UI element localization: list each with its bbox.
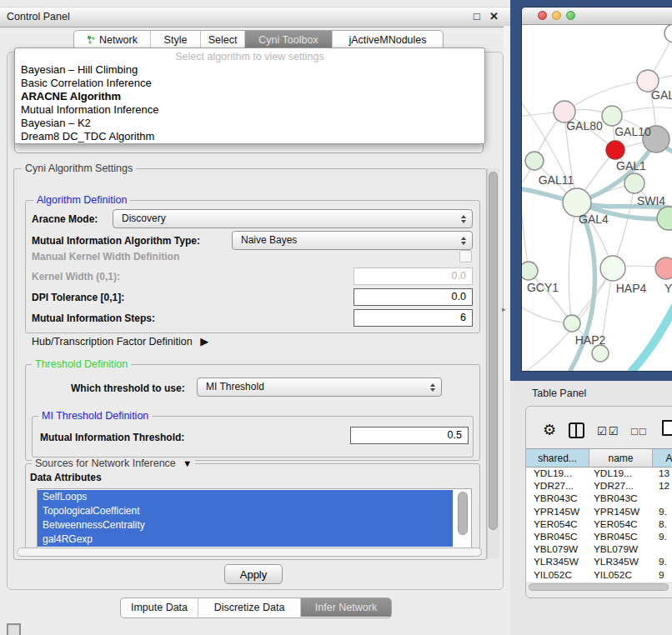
dropdown-item[interactable]: Mutual Information Inference <box>15 103 484 117</box>
float-icon[interactable]: □ <box>474 10 480 22</box>
table-cell[interactable]: YBR045C <box>534 531 589 543</box>
table-cell[interactable]: 12 <box>659 480 672 492</box>
list-scrollbar-thumb[interactable] <box>458 492 468 535</box>
tab-impute-data[interactable]: Impute Data <box>121 598 198 617</box>
aracne-mode-select[interactable]: Discovery <box>113 209 473 228</box>
table-cell[interactable]: 9. <box>659 556 672 568</box>
table-cell[interactable]: YBL079W <box>534 543 589 556</box>
table-cell[interactable]: 9 <box>659 569 672 582</box>
table-cell[interactable]: YPR145W <box>534 506 589 518</box>
splitter-arrow-icon[interactable]: ▸ <box>502 305 506 313</box>
column-header-name[interactable]: name <box>589 448 653 468</box>
node-cut-top[interactable] <box>664 24 672 42</box>
select-all-checkboxes-icon[interactable]: ☑☑ <box>597 425 619 438</box>
close-icon[interactable]: ✕ <box>489 10 499 22</box>
export-table-icon[interactable] <box>662 420 672 436</box>
gear-icon[interactable]: ⚙ <box>543 421 556 439</box>
table-cell[interactable]: YBR043C <box>594 492 649 505</box>
table-cell[interactable]: 8. <box>659 518 672 531</box>
table-row[interactable]: YIL052C YIL052C 9 <box>526 569 672 582</box>
node-bottom-cut[interactable] <box>592 345 609 362</box>
table-cell[interactable]: YDL19... <box>534 468 589 480</box>
table-cell[interactable]: 9. <box>659 531 672 543</box>
table-cell[interactable]: YBL079W <box>594 543 649 556</box>
split-columns-icon[interactable] <box>569 422 584 438</box>
dropdown-item[interactable]: Bayesian – Hill Climbing <box>15 63 484 77</box>
zoom-traffic-light[interactable] <box>566 11 575 20</box>
list-item-selected[interactable]: TopologicalCoefficient <box>38 504 453 518</box>
node-gal11[interactable] <box>525 152 544 170</box>
node-salmon[interactable] <box>655 258 672 279</box>
apply-button[interactable]: Apply <box>224 564 283 584</box>
tab-style[interactable]: Style <box>151 31 201 49</box>
table-cell[interactable]: YIL052C <box>534 569 589 582</box>
table-cell[interactable]: YDL19... <box>594 468 649 480</box>
table-hscrollbar-thumb[interactable] <box>529 583 669 591</box>
control-panel-titlebar: Control Panel □ ✕ <box>0 7 510 28</box>
node-hap4[interactable] <box>600 256 625 281</box>
table-cell[interactable]: YLR345W <box>594 556 649 568</box>
tab-cyni-toolbox[interactable]: Cyni Toolbox <box>245 31 333 49</box>
table-row[interactable]: YBR045C YBR045C 9. <box>526 531 672 543</box>
table-row[interactable]: YBL079W YBL079W <box>526 543 672 556</box>
table-cell[interactable]: YBR045C <box>594 531 649 543</box>
node-gal1[interactable] <box>606 141 624 159</box>
dropdown-item-selected[interactable]: ARACNE Algorithm <box>15 90 484 103</box>
table-cell[interactable]: 13 <box>659 468 672 480</box>
table-panel-title: Table Panel <box>532 388 586 399</box>
dropdown-item[interactable]: Basic Correlation Inference <box>15 77 484 90</box>
table-cell[interactable]: YIL052C <box>594 569 649 582</box>
column-header-cut[interactable]: A <box>653 448 672 468</box>
node-gcy1[interactable] <box>522 262 538 280</box>
kernel-width-field[interactable]: 0.0 <box>354 268 473 285</box>
tab-network[interactable]: Network <box>74 31 151 49</box>
which-threshold-select[interactable]: MI Threshold <box>197 378 442 397</box>
network-canvas[interactable]: GAL GAL80 GAL10 GAL1 GAL11 SWI4 GAL4 GCY… <box>522 24 672 371</box>
column-header-shared-name[interactable]: shared... <box>526 448 589 468</box>
dropdown-item[interactable]: Dream8 DC_TDC Algorithm <box>15 130 484 143</box>
table-cell[interactable]: YER054C <box>594 518 649 531</box>
dock-icon[interactable] <box>7 623 21 635</box>
minimize-traffic-light[interactable] <box>552 11 561 20</box>
manual-kernel-checkbox[interactable] <box>459 250 472 262</box>
node-gal10[interactable] <box>602 106 622 126</box>
table-row[interactable]: YBR043C YBR043C <box>526 492 672 505</box>
table-row[interactable]: YER054C YER054C 8. <box>526 518 672 531</box>
close-traffic-light[interactable] <box>538 11 547 20</box>
settings-vscrollbar-thumb[interactable] <box>489 172 498 530</box>
tab-discretize-data[interactable]: Discretize Data <box>198 598 301 617</box>
sources-group-title[interactable]: Sources for Network Inference ▼ <box>32 458 195 469</box>
settings-hscrollbar-thumb[interactable] <box>17 548 482 557</box>
panel-splitter[interactable] <box>504 26 510 381</box>
table-row[interactable]: YDR27... YDR27... 12 <box>526 480 672 492</box>
table-cell[interactable]: YDR27... <box>594 480 649 492</box>
table-rows: YDL19... YDL19... 13 YDR27... YDR27... 1… <box>526 468 672 582</box>
node-swi4[interactable] <box>624 173 644 193</box>
table-row[interactable]: YPR145W YPR145W 9. <box>526 506 672 518</box>
table-cell[interactable]: YDR27... <box>534 480 589 492</box>
deselect-all-checkboxes-icon[interactable]: □□ <box>631 425 648 438</box>
table-cell[interactable]: YER054C <box>534 518 589 531</box>
list-item-selected[interactable]: SelfLoops <box>38 490 453 504</box>
node-hap2[interactable] <box>564 315 580 332</box>
aracne-mode-label: Aracne Mode: <box>32 213 98 225</box>
table-row[interactable]: YDL19... YDL19... 13 <box>526 468 672 480</box>
cyni-settings-group-title: Cyni Algorithm Settings <box>22 162 136 174</box>
dropdown-item[interactable]: Bayesian – K2 <box>15 117 484 130</box>
tab-jactivemnodules[interactable]: jActiveMNodules <box>333 31 443 49</box>
hub-definition-expander[interactable]: Hub/Transcription Factor Definition ▶ <box>32 335 208 348</box>
tab-infer-network[interactable]: Infer Network <box>301 598 391 617</box>
list-item-selected[interactable]: BetweennessCentrality <box>38 518 453 532</box>
list-item-selected[interactable]: gal4RGexp <box>38 532 453 547</box>
tab-select[interactable]: Select <box>201 31 245 49</box>
dropdown-prompt: Select algorithm to view settings <box>15 51 484 62</box>
dpi-tolerance-field[interactable]: 0.0 <box>354 288 473 306</box>
mi-threshold-field[interactable]: 0.5 <box>350 427 469 444</box>
table-cell[interactable]: YLR345W <box>534 556 589 568</box>
table-row[interactable]: YLR345W YLR345W 9. <box>526 556 672 568</box>
mi-steps-field[interactable]: 6 <box>354 309 473 327</box>
table-cell[interactable]: YPR145W <box>594 506 649 518</box>
table-cell[interactable]: YBR043C <box>534 492 589 505</box>
table-cell[interactable]: 9. <box>659 506 672 518</box>
mi-type-select[interactable]: Naive Bayes <box>232 231 473 250</box>
